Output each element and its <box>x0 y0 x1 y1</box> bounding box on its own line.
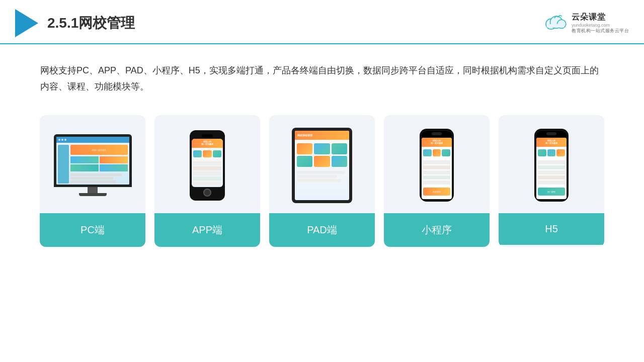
h5-card: 职适人的第一堂兴趣课 <box>499 115 604 247</box>
svg-rect-3 <box>547 24 565 28</box>
brand-sub: 教育机构一站式服务云平台 <box>572 28 629 34</box>
notch-bar <box>422 131 452 137</box>
app-label: APP端 <box>154 213 260 247</box>
app-phone-mockup: 职适人的第一堂兴趣课 <box>190 130 225 201</box>
tablet-mockup: 网校课程管理 <box>292 128 352 203</box>
app-image-area: 职适人的第一堂兴趣课 <box>154 115 260 213</box>
miniprogram-image-area: 职适人的第一堂兴趣课 <box>384 115 490 213</box>
h5-notch-bar <box>536 131 567 137</box>
description-paragraph: 网校支持PC、APP、PAD、小程序、H5，实现多端打通，产品各终端自由切换，数… <box>40 62 604 95</box>
header-left: 2.5.1网校管理 <box>15 9 135 37</box>
pc-card: 网校一览同管理 <box>40 115 145 247</box>
page-title: 2.5.1网校管理 <box>47 14 135 33</box>
cloud-logo: 云朵课堂 yunduoketang.com 教育机构一站式服务云平台 <box>542 12 629 34</box>
pc-mockup: 网校一览同管理 <box>54 134 132 196</box>
h5-screen: 职适人的第一堂兴趣课 <box>536 138 567 199</box>
brand-url: yunduoketang.com <box>572 23 610 28</box>
device-cards-container: 网校一览同管理 <box>0 105 644 257</box>
pc-image-area: 网校一览同管理 <box>40 115 145 213</box>
brand-name: 云朵课堂 <box>572 12 606 23</box>
pc-label: PC端 <box>40 213 145 247</box>
h5-mockup: 职适人的第一堂兴趣课 <box>534 129 569 202</box>
header-right: 云朵课堂 yunduoketang.com 教育机构一站式服务云平台 <box>542 12 629 34</box>
h5-label: H5 <box>499 213 604 245</box>
header: 2.5.1网校管理 云朵课堂 yunduoketang.com 教育机构一站式服… <box>0 0 644 44</box>
pad-image-area: 网校课程管理 <box>269 115 375 213</box>
pc-screen: 网校一览同管理 <box>56 137 129 185</box>
miniprogram-label: 小程序 <box>384 213 490 247</box>
pc-monitor: 网校一览同管理 <box>54 134 132 187</box>
miniprogram-card: 职适人的第一堂兴趣课 <box>384 115 490 247</box>
logo-triangle-icon <box>15 9 38 37</box>
h5-image-area: 职适人的第一堂兴趣课 <box>499 115 604 213</box>
phone-home-button <box>203 189 211 197</box>
cloud-icon <box>542 14 569 32</box>
pad-label: PAD端 <box>269 213 375 247</box>
phone-notch <box>202 134 213 137</box>
app-screen: 职适人的第一堂兴趣课 <box>192 139 223 187</box>
app-card: 职适人的第一堂兴趣课 <box>154 115 260 247</box>
miniprogram-screen: 职适人的第一堂兴趣课 <box>422 138 452 199</box>
tablet-screen: 网校课程管理 <box>295 131 349 200</box>
pad-card: 网校课程管理 <box>269 115 375 247</box>
description-text: 网校支持PC、APP、PAD、小程序、H5，实现多端打通，产品各终端自由切换，数… <box>0 44 644 105</box>
miniprogram-mockup: 职适人的第一堂兴趣课 <box>420 129 454 202</box>
brand-text: 云朵课堂 yunduoketang.com 教育机构一站式服务云平台 <box>572 12 629 34</box>
